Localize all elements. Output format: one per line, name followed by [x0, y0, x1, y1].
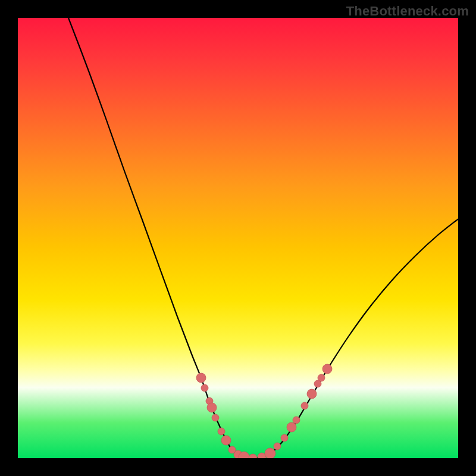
- highlight-points: [196, 364, 332, 458]
- plot-area: [18, 18, 458, 458]
- curve-svg: [18, 18, 458, 458]
- marker-point: [322, 364, 332, 374]
- marker-point: [207, 403, 217, 412]
- marker-point: [265, 448, 275, 458]
- attribution-label: TheBottleneck.com: [346, 4, 469, 19]
- marker-point: [281, 434, 288, 441]
- marker-point: [196, 373, 206, 383]
- marker-point: [301, 402, 308, 409]
- marker-point: [249, 454, 257, 458]
- marker-point: [201, 384, 208, 392]
- marker-point: [218, 428, 225, 435]
- marker-point: [221, 436, 231, 445]
- bottleneck-curve: [68, 18, 458, 458]
- marker-point: [212, 414, 219, 421]
- chart-frame: TheBottleneck.com: [0, 0, 476, 476]
- marker-point: [287, 422, 296, 432]
- marker-point: [318, 374, 325, 381]
- marker-point: [307, 389, 317, 399]
- marker-point: [274, 443, 281, 450]
- marker-point: [293, 416, 300, 424]
